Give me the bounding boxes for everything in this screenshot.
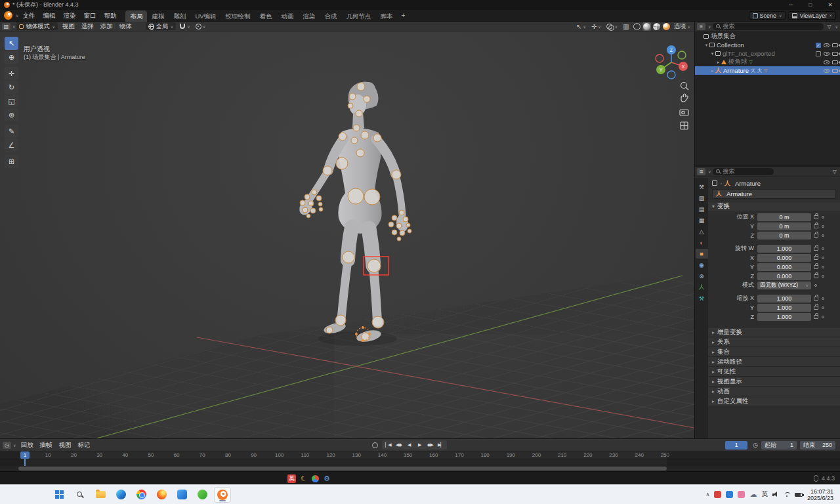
frame-end-field[interactable]: 结束 250	[800, 441, 835, 450]
viewport-canvas[interactable]: Z X Y	[0, 32, 694, 438]
tray-expand-chevron[interactable]: ∧	[706, 492, 710, 497]
xray-toggle[interactable]: ▥	[621, 23, 631, 30]
properties-tab-output[interactable]: ▤	[696, 204, 708, 214]
disclosure-arrow[interactable]: ▸	[715, 60, 721, 65]
bone-joint-sphere[interactable]	[357, 83, 365, 91]
ime-settings-icon[interactable]: ⚙	[324, 474, 330, 483]
timeline-menu-视图[interactable]: 视图	[55, 441, 74, 450]
filter-icon[interactable]: ▽	[826, 24, 832, 30]
tool-cursor[interactable]: ⊕	[5, 51, 18, 64]
shading-material-button[interactable]	[652, 22, 661, 31]
camera-view-button[interactable]	[680, 110, 688, 116]
chrome-button[interactable]	[133, 487, 150, 503]
transform-field-Z[interactable]: 0 m	[757, 232, 811, 240]
bone-joint-sphere[interactable]	[318, 202, 322, 206]
edge-button[interactable]	[112, 487, 129, 503]
close-button[interactable]: ✕	[820, 0, 840, 10]
lock-icon[interactable]	[814, 215, 818, 219]
workspace-tab-几何节点[interactable]: 几何节点	[342, 10, 376, 22]
workspace-tab-布局[interactable]: 布局	[125, 10, 147, 22]
battery-icon[interactable]	[795, 493, 803, 497]
bone-joint-sphere[interactable]	[356, 149, 364, 157]
menu-文件[interactable]: 文件	[18, 10, 39, 22]
properties-tab-data[interactable]: 人	[696, 282, 708, 292]
properties-tab-tool[interactable]: ⚒	[696, 182, 708, 192]
animate-decorator[interactable]	[822, 257, 824, 259]
bone-joint-sphere[interactable]	[392, 230, 397, 235]
minimize-button[interactable]: ─	[781, 0, 801, 10]
disclosure-arrow[interactable]: ▾	[704, 43, 709, 48]
menu-帮助[interactable]: 帮助	[100, 10, 120, 22]
ime-logo-icon[interactable]	[312, 475, 319, 482]
timeline-scrollbar[interactable]	[0, 466, 840, 471]
properties-tab-object[interactable]: ■	[696, 249, 708, 259]
jump-to-end-button[interactable]: ▶▏	[436, 441, 446, 449]
camera-toggle-icon[interactable]	[832, 60, 838, 64]
axis-neg-z-ball[interactable]	[667, 71, 675, 79]
timeline-editor-icon[interactable]: ◷	[3, 442, 11, 449]
file-explorer-button[interactable]	[92, 487, 109, 503]
bone-joint-sphere[interactable]	[400, 230, 405, 236]
lock-icon[interactable]	[814, 224, 818, 228]
lock-icon[interactable]	[814, 265, 818, 269]
bone-joint-sphere[interactable]	[348, 188, 364, 204]
eye-toggle-icon[interactable]	[824, 60, 830, 64]
bone-joint-sphere[interactable]	[339, 133, 346, 140]
transform-field-Y[interactable]: 1.000	[757, 304, 811, 312]
view-layer-selector[interactable]: ViewLayer ×	[788, 11, 836, 20]
transform-field-Z[interactable]: 0.000	[757, 272, 811, 280]
navigation-gizmo[interactable]: Z X Y	[656, 45, 688, 79]
bone-joint-sphere[interactable]	[300, 200, 305, 205]
outliner-row-glTF_not_exported[interactable]: ▾glTF_not_exported	[695, 49, 840, 58]
play-reverse-button[interactable]: ◀	[404, 441, 414, 449]
axis-neg-x-ball[interactable]	[656, 54, 663, 62]
bone-joint-sphere[interactable]	[319, 207, 323, 211]
bone-joint-sphere[interactable]	[356, 110, 362, 117]
bone-joint-sphere[interactable]	[351, 137, 358, 144]
bone-joint-sphere[interactable]	[349, 93, 356, 100]
eye-toggle-icon[interactable]	[824, 43, 830, 47]
tool-add-primitive[interactable]: ⊞	[5, 155, 18, 168]
animate-decorator[interactable]	[822, 225, 824, 228]
panel-关系[interactable]: ▸关系	[708, 337, 840, 346]
timeline-menu-标记[interactable]: 标记	[74, 441, 93, 450]
viewport-menu-物体[interactable]: 物体	[116, 22, 135, 31]
animate-decorator[interactable]	[822, 306, 824, 309]
bone-joint-sphere[interactable]	[353, 125, 360, 131]
timeline-menu-回放[interactable]: 回放	[17, 441, 36, 450]
shading-solid-button[interactable]	[642, 22, 651, 31]
properties-tab-constraints[interactable]: ⊗	[696, 271, 708, 281]
transform-field-位置 X[interactable]: 0 m	[757, 213, 811, 221]
workspace-tab-建模[interactable]: 建模	[147, 10, 169, 22]
workspace-tab-合成[interactable]: 合成	[320, 10, 342, 22]
outliner-row-棱角球[interactable]: ▸棱角球▽	[695, 58, 840, 66]
scrollbar-thumb[interactable]	[18, 467, 667, 471]
transform-field-Y[interactable]: 0 m	[757, 222, 811, 230]
menu-窗口[interactable]: 窗口	[79, 10, 100, 22]
panel-自定义属性[interactable]: ▸自定义属性	[708, 396, 840, 406]
animate-decorator[interactable]	[822, 247, 824, 250]
viewport-menu-添加[interactable]: 添加	[97, 22, 116, 31]
outliner-search-input[interactable]: 搜索	[713, 23, 824, 30]
bone-joint-sphere[interactable]	[312, 190, 317, 195]
bone-joint-sphere[interactable]	[316, 196, 322, 201]
animate-decorator[interactable]	[822, 275, 824, 278]
panel-运动路径[interactable]: ▸运动路径	[708, 356, 840, 366]
bone-joint-sphere[interactable]	[310, 208, 316, 213]
viewport-3d[interactable]: Z X Y	[0, 32, 694, 438]
selectability-dropdown[interactable]: ↖∨	[574, 23, 588, 30]
animate-decorator[interactable]	[822, 216, 824, 219]
tool-annotate[interactable]: ✎	[5, 125, 18, 138]
gizmos-toggle[interactable]: ✛∨	[589, 23, 603, 30]
tool-select-tweak[interactable]: ↖	[5, 37, 18, 50]
panel-视图显示[interactable]: ▸视图显示	[708, 376, 840, 386]
properties-tab-modifiers[interactable]: ⚒	[696, 293, 708, 303]
tray-blue-app-icon[interactable]	[726, 491, 733, 498]
tool-rotate[interactable]: ↻	[5, 81, 18, 94]
camera-toggle-icon[interactable]	[832, 43, 838, 47]
bone-joint-sphere[interactable]	[364, 96, 370, 102]
network-icon[interactable]	[784, 492, 790, 497]
bone-joint-sphere[interactable]	[372, 316, 384, 328]
lock-icon[interactable]	[814, 274, 818, 278]
tool-scale[interactable]: ◱	[5, 94, 18, 108]
